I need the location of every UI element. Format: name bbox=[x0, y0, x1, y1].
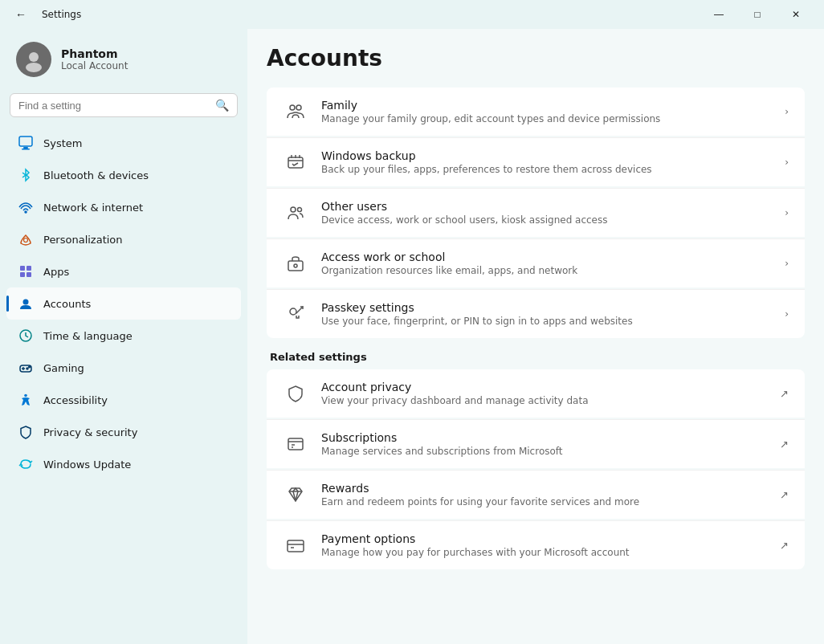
svg-point-0 bbox=[29, 52, 39, 62]
accessibility-icon bbox=[18, 392, 34, 408]
page-title: Accounts bbox=[267, 45, 805, 71]
svg-point-11 bbox=[23, 300, 29, 305]
passkey-icon bbox=[283, 301, 308, 327]
user-name: Phantom bbox=[61, 47, 128, 60]
svg-point-21 bbox=[298, 208, 302, 212]
settings-item-other-users[interactable]: Other users Device access, work or schoo… bbox=[267, 188, 805, 237]
svg-rect-8 bbox=[27, 266, 31, 271]
sidebar-item-personalization[interactable]: Personalization bbox=[6, 223, 241, 255]
app-title: Settings bbox=[42, 9, 81, 20]
svg-rect-19 bbox=[288, 157, 303, 168]
sidebar-nav: System Bluetooth & devices bbox=[6, 127, 241, 480]
access-work-icon bbox=[283, 251, 308, 276]
user-section: Phantom Local Account bbox=[6, 29, 241, 93]
sidebar-item-accessibility[interactable]: Accessibility bbox=[6, 384, 241, 416]
family-icon bbox=[283, 99, 308, 124]
svg-rect-10 bbox=[27, 272, 31, 277]
payment-text: Payment options Manage how you pay for p… bbox=[321, 532, 767, 558]
sidebar-item-apps[interactable]: Apps bbox=[6, 255, 241, 287]
sidebar-item-privacy[interactable]: Privacy & security bbox=[6, 416, 241, 448]
svg-point-24 bbox=[290, 308, 296, 315]
other-users-title: Other users bbox=[321, 200, 772, 213]
svg-point-5 bbox=[25, 211, 27, 213]
close-button[interactable]: ✕ bbox=[777, 2, 814, 27]
other-users-icon bbox=[283, 200, 308, 226]
bluetooth-icon bbox=[18, 167, 34, 183]
windows-backup-icon bbox=[283, 149, 308, 175]
access-work-title: Access work or school bbox=[321, 251, 772, 263]
subscriptions-text: Subscriptions Manage services and subscr… bbox=[321, 431, 767, 457]
svg-point-17 bbox=[290, 105, 295, 110]
svg-rect-26 bbox=[288, 540, 304, 552]
account-privacy-external-icon: ↗ bbox=[780, 388, 789, 400]
svg-rect-25 bbox=[288, 438, 303, 450]
window-controls: — □ ✕ bbox=[700, 2, 814, 27]
sidebar-label-privacy: Privacy & security bbox=[43, 426, 137, 438]
sidebar-item-bluetooth[interactable]: Bluetooth & devices bbox=[6, 159, 241, 191]
access-work-text: Access work or school Organization resou… bbox=[321, 251, 772, 276]
settings-item-access-work[interactable]: Access work or school Organization resou… bbox=[267, 238, 805, 287]
rewards-external-icon: ↗ bbox=[780, 489, 789, 501]
main-content: Accounts Family Manage your bbox=[247, 29, 824, 644]
windows-backup-title: Windows backup bbox=[321, 149, 772, 162]
search-box[interactable]: 🔍 bbox=[10, 93, 238, 117]
sidebar-label-network: Network & internet bbox=[43, 202, 143, 214]
rewards-title: Rewards bbox=[321, 482, 767, 495]
time-icon bbox=[18, 328, 34, 344]
settings-item-windows-backup[interactable]: Windows backup Back up your files, apps,… bbox=[267, 137, 805, 186]
account-privacy-title: Account privacy bbox=[321, 381, 767, 393]
sidebar-label-bluetooth: Bluetooth & devices bbox=[43, 169, 149, 181]
payment-desc: Manage how you pay for purchases with yo… bbox=[321, 547, 767, 558]
svg-rect-4 bbox=[22, 149, 30, 150]
sidebar-item-network[interactable]: Network & internet bbox=[6, 191, 241, 223]
sidebar-item-update[interactable]: Windows Update bbox=[6, 448, 241, 480]
passkey-desc: Use your face, fingerprint, or PIN to si… bbox=[321, 316, 772, 327]
svg-point-20 bbox=[291, 207, 296, 212]
settings-item-subscriptions[interactable]: Subscriptions Manage services and subscr… bbox=[267, 419, 805, 468]
sidebar: Phantom Local Account 🔍 System bbox=[0, 29, 247, 644]
privacy-icon bbox=[18, 424, 34, 440]
maximize-button[interactable]: □ bbox=[739, 2, 776, 27]
settings-item-family[interactable]: Family Manage your family group, edit ac… bbox=[267, 88, 805, 136]
title-bar: ← Settings — □ ✕ bbox=[0, 0, 824, 29]
sidebar-item-accounts[interactable]: Accounts bbox=[6, 287, 241, 320]
account-privacy-icon bbox=[283, 381, 308, 406]
other-users-arrow: › bbox=[785, 207, 789, 218]
family-arrow: › bbox=[785, 106, 789, 117]
passkey-title: Passkey settings bbox=[321, 301, 772, 314]
svg-point-14 bbox=[27, 368, 28, 369]
settings-item-passkey[interactable]: Passkey settings Use your face, fingerpr… bbox=[267, 289, 805, 338]
sidebar-item-system[interactable]: System bbox=[6, 127, 241, 159]
settings-item-rewards[interactable]: Rewards Earn and redeem points for using… bbox=[267, 470, 805, 519]
sidebar-label-update: Windows Update bbox=[43, 459, 131, 471]
windows-backup-desc: Back up your files, apps, preferences to… bbox=[321, 164, 772, 175]
account-privacy-text: Account privacy View your privacy dashbo… bbox=[321, 381, 767, 406]
app-body: Phantom Local Account 🔍 System bbox=[0, 29, 824, 644]
settings-item-payment[interactable]: Payment options Manage how you pay for p… bbox=[267, 520, 805, 569]
rewards-desc: Earn and redeem points for using your fa… bbox=[321, 496, 767, 507]
sidebar-label-system: System bbox=[43, 137, 82, 149]
system-icon bbox=[18, 135, 34, 151]
svg-point-16 bbox=[24, 394, 27, 397]
sidebar-item-gaming[interactable]: Gaming bbox=[6, 352, 241, 384]
sidebar-label-accounts: Accounts bbox=[43, 298, 91, 310]
settings-item-account-privacy[interactable]: Account privacy View your privacy dashbo… bbox=[267, 369, 805, 418]
passkey-arrow: › bbox=[785, 308, 789, 320]
sidebar-label-personalization: Personalization bbox=[43, 234, 123, 246]
back-button[interactable]: ← bbox=[10, 3, 32, 26]
access-work-desc: Organization resources like email, apps,… bbox=[321, 265, 772, 276]
search-input[interactable] bbox=[18, 100, 209, 112]
family-text: Family Manage your family group, edit ac… bbox=[321, 99, 772, 124]
svg-point-6 bbox=[24, 238, 28, 243]
account-privacy-desc: View your privacy dashboard and manage a… bbox=[321, 395, 767, 406]
minimize-button[interactable]: — bbox=[700, 2, 737, 27]
sidebar-item-time[interactable]: Time & language bbox=[6, 320, 241, 352]
sidebar-label-apps: Apps bbox=[43, 266, 69, 278]
user-type: Local Account bbox=[61, 60, 128, 71]
windows-backup-text: Windows backup Back up your files, apps,… bbox=[321, 149, 772, 175]
family-title: Family bbox=[321, 99, 772, 112]
related-settings-section: Account privacy View your privacy dashbo… bbox=[267, 369, 805, 569]
svg-rect-7 bbox=[20, 266, 25, 271]
passkey-text: Passkey settings Use your face, fingerpr… bbox=[321, 301, 772, 327]
search-icon: 🔍 bbox=[215, 99, 229, 112]
